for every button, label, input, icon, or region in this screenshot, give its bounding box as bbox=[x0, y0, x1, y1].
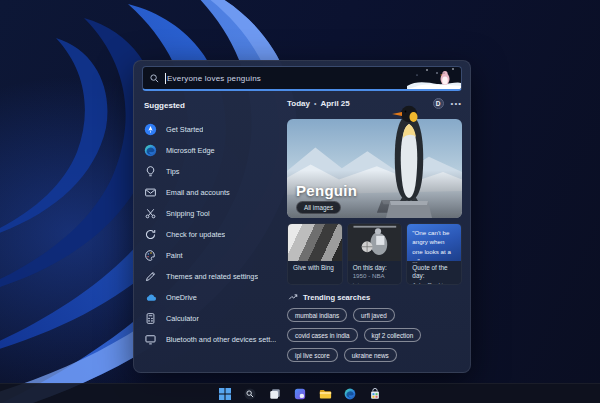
sidebar-item-label: Check for updates bbox=[166, 230, 225, 239]
widgets-button[interactable] bbox=[293, 386, 308, 401]
scissors-icon bbox=[144, 207, 157, 220]
quote-text: "One can't be angry when one looks at a … bbox=[407, 224, 461, 261]
sidebar-item-label: Email and accounts bbox=[166, 188, 230, 197]
text-caret bbox=[165, 73, 166, 84]
panel-body: Suggested Get Started Microsoft Edge bbox=[142, 97, 462, 366]
sidebar-item-label: Themes and related settings bbox=[166, 272, 258, 281]
trending-chip[interactable]: ipl live score bbox=[287, 348, 338, 362]
pencil-icon bbox=[144, 270, 157, 283]
start-button[interactable] bbox=[218, 386, 233, 401]
sidebar-item-calculator[interactable]: Calculator bbox=[142, 308, 279, 329]
penguin-graphic bbox=[383, 104, 435, 218]
store-button[interactable] bbox=[368, 386, 383, 401]
trending-chip[interactable]: mumbai indians bbox=[287, 308, 347, 322]
card-caption: Give with Bing bbox=[293, 264, 337, 272]
trending-section: Trending searches mumbai indians urfi ja… bbox=[287, 292, 462, 362]
calculator-icon bbox=[144, 312, 157, 325]
cards-row: Give with Bing bbox=[287, 223, 462, 285]
refresh-icon bbox=[144, 228, 157, 241]
penguin-decoration-icon bbox=[407, 66, 461, 89]
sidebar-item-label: Calculator bbox=[166, 314, 199, 323]
card-subcaption: 1950 - NBA inte... bbox=[353, 272, 397, 285]
card-on-this-day[interactable]: On this day: 1950 - NBA inte... bbox=[347, 223, 403, 285]
envelope-icon bbox=[144, 186, 157, 199]
sidebar-item-label: Tips bbox=[166, 167, 180, 176]
card-caption: Quote of the day: bbox=[412, 264, 456, 281]
sidebar-item-themes-settings[interactable]: Themes and related settings bbox=[142, 266, 279, 287]
trending-chip[interactable]: covid cases in india bbox=[287, 328, 358, 342]
hero-card[interactable]: Penguin All images bbox=[287, 119, 462, 218]
today-content: Today • April 25 D ••• bbox=[287, 97, 462, 366]
sidebar-item-tips[interactable]: Tips bbox=[142, 161, 279, 182]
lightbulb-icon bbox=[144, 165, 157, 178]
bing-card-image bbox=[288, 224, 342, 261]
trending-chip[interactable]: urfi javed bbox=[353, 308, 395, 322]
palette-icon bbox=[144, 249, 157, 262]
on-this-day-image bbox=[348, 224, 402, 261]
sidebar-item-email-accounts[interactable]: Email and accounts bbox=[142, 182, 279, 203]
taskbar-edge-button[interactable] bbox=[343, 386, 358, 401]
more-options-icon[interactable]: ••• bbox=[451, 101, 462, 107]
all-images-badge[interactable]: All images bbox=[296, 201, 341, 214]
cloud-icon bbox=[144, 291, 157, 304]
card-give-with-bing[interactable]: Give with Bing bbox=[287, 223, 343, 285]
sidebar-item-label: Snipping Tool bbox=[166, 209, 210, 218]
search-icon bbox=[150, 74, 159, 83]
search-query-text: Everyone loves penguins bbox=[167, 74, 261, 83]
today-label: Today bbox=[287, 99, 310, 108]
search-input[interactable]: Everyone loves penguins bbox=[165, 73, 407, 84]
trending-chip[interactable]: ukraine news bbox=[344, 348, 397, 362]
sidebar-item-label: Bluetooth and other devices sett... bbox=[166, 335, 276, 344]
basketball-graphic bbox=[348, 224, 402, 258]
sidebar-item-label: Get Started bbox=[166, 125, 203, 134]
hero-title: Penguin bbox=[296, 182, 357, 199]
search-panel: Everyone loves penguins Suggested Get St… bbox=[133, 60, 471, 373]
search-box[interactable]: Everyone loves penguins bbox=[142, 66, 462, 91]
suggested-sidebar: Suggested Get Started Microsoft Edge bbox=[142, 97, 279, 366]
task-view-button[interactable] bbox=[268, 386, 283, 401]
get-started-icon bbox=[144, 123, 157, 136]
suggested-title: Suggested bbox=[144, 101, 279, 110]
edge-icon bbox=[144, 144, 157, 157]
card-quote-of-the-day[interactable]: "One can't be angry when one looks at a … bbox=[406, 223, 462, 285]
sidebar-item-label: Paint bbox=[166, 251, 183, 260]
trending-title: Trending searches bbox=[303, 293, 370, 302]
trending-chip[interactable]: kgf 2 collection bbox=[364, 328, 422, 342]
sidebar-item-get-started[interactable]: Get Started bbox=[142, 119, 279, 140]
taskbar bbox=[0, 383, 600, 403]
devices-icon bbox=[144, 333, 157, 346]
sidebar-item-check-updates[interactable]: Check for updates bbox=[142, 224, 279, 245]
header-separator: • bbox=[314, 100, 316, 107]
card-caption: On this day: bbox=[353, 264, 397, 272]
sidebar-item-paint[interactable]: Paint bbox=[142, 245, 279, 266]
sidebar-item-label: OneDrive bbox=[166, 293, 197, 302]
taskbar-search-button[interactable] bbox=[243, 386, 258, 401]
sidebar-item-microsoft-edge[interactable]: Microsoft Edge bbox=[142, 140, 279, 161]
trending-icon bbox=[288, 292, 298, 302]
card-subcaption: John Ruskin bbox=[412, 281, 456, 285]
content-header: Today • April 25 D ••• bbox=[287, 97, 462, 110]
file-explorer-button[interactable] bbox=[318, 386, 333, 401]
trending-chips: mumbai indians urfi javed covid cases in… bbox=[287, 308, 462, 362]
sidebar-item-label: Microsoft Edge bbox=[166, 146, 215, 155]
sidebar-item-onedrive[interactable]: OneDrive bbox=[142, 287, 279, 308]
date-label: April 25 bbox=[320, 99, 349, 108]
sidebar-item-snipping-tool[interactable]: Snipping Tool bbox=[142, 203, 279, 224]
sidebar-item-bluetooth-devices[interactable]: Bluetooth and other devices sett... bbox=[142, 329, 279, 350]
